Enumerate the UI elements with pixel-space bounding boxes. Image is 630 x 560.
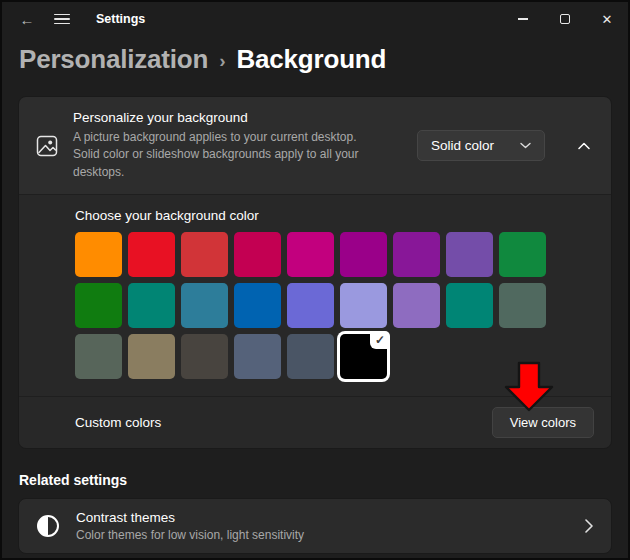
breadcrumb-separator-icon: › [219,47,225,72]
color-swatch-iris-pastel[interactable] [287,283,334,328]
color-swatch-black[interactable]: ✓ [340,334,387,379]
color-swatch-rose[interactable] [234,232,281,277]
color-swatch-dark-green[interactable] [75,283,122,328]
window-controls: ✕ [502,2,628,36]
background-style-dropdown[interactable]: Solid color [417,130,545,161]
color-swatch-gray-green[interactable] [75,334,122,379]
color-swatch-purple[interactable] [393,232,440,277]
breadcrumb-personalization[interactable]: Personalization [19,44,208,75]
settings-window: ← Settings ✕ Personalization › Backgroun… [0,0,630,560]
color-swatch-lavender[interactable] [340,283,387,328]
app-title: Settings [96,12,145,26]
color-swatch-plum[interactable] [287,232,334,277]
color-swatch-mint-dark[interactable] [446,283,493,328]
personalize-background-row: Personalize your background A picture ba… [19,97,611,194]
card-title: Personalize your background [73,110,402,125]
color-swatch-violet[interactable] [340,232,387,277]
color-swatch-slate[interactable] [287,334,334,379]
color-swatch-metal-blue[interactable] [234,334,281,379]
color-swatch-sage[interactable] [499,283,546,328]
card-description: A picture background applies to your cur… [73,129,381,181]
maximize-button[interactable] [544,2,586,36]
contrast-themes-subtitle: Color themes for low vision, light sensi… [76,528,304,542]
page-title: Background [237,44,387,75]
chevron-right-icon [585,519,593,533]
color-swatch-orchid[interactable] [393,283,440,328]
color-picker-section: Choose your background color ✓ [19,195,611,396]
view-colors-button[interactable]: View colors [492,407,594,438]
picture-icon [36,135,58,157]
chevron-down-icon [520,142,531,149]
minimize-button[interactable] [502,2,544,36]
color-swatch-green[interactable] [499,232,546,277]
back-icon[interactable]: ← [16,11,38,28]
close-button[interactable]: ✕ [586,2,628,36]
color-swatch-teal[interactable] [128,283,175,328]
maximize-icon [560,14,570,24]
color-swatch-brick-red[interactable] [181,232,228,277]
color-swatch-blue[interactable] [234,283,281,328]
chevron-up-icon [578,142,590,150]
contrast-icon [37,515,59,537]
custom-colors-label: Custom colors [75,415,161,430]
color-swatch-iris[interactable] [446,232,493,277]
minimize-icon [518,18,528,20]
related-settings-heading: Related settings [19,472,628,488]
titlebar: ← Settings ✕ [2,2,628,36]
color-swatch-taupe[interactable] [181,334,228,379]
selected-check-icon: ✓ [370,331,390,349]
color-grid: ✓ [75,232,595,379]
color-swatch-orange[interactable] [75,232,122,277]
contrast-themes-row[interactable]: Contrast themes Color themes for low vis… [18,498,612,554]
custom-colors-row: Custom colors View colors [19,397,611,448]
background-settings-card: Personalize your background A picture ba… [18,96,612,449]
contrast-themes-title: Contrast themes [76,510,304,525]
color-swatch-seafoam-teal[interactable] [181,283,228,328]
color-swatch-red[interactable] [128,232,175,277]
choose-color-label: Choose your background color [75,208,595,223]
breadcrumb: Personalization › Background [2,36,628,75]
collapse-expander-button[interactable] [578,142,590,150]
dropdown-value: Solid color [431,138,494,153]
navigation-menu-icon[interactable] [54,14,70,25]
color-swatch-khaki[interactable] [128,334,175,379]
close-icon: ✕ [602,13,613,26]
